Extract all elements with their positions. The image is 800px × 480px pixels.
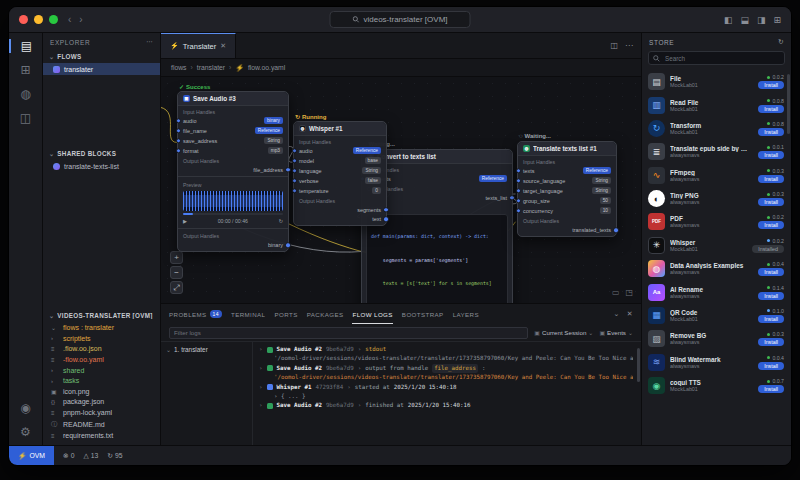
filter-logs-input[interactable] bbox=[169, 327, 528, 339]
flow-canvas[interactable]: ✓ Success ▣ Save Audio #3 Input Handles … bbox=[161, 77, 641, 303]
minimize-window-button[interactable] bbox=[34, 15, 43, 24]
node-header[interactable]: ◍ Whisper #1 bbox=[294, 122, 386, 136]
input-handle-row[interactable]: temperature0 bbox=[294, 186, 386, 196]
audio-waveform[interactable] bbox=[183, 191, 283, 211]
sync-status[interactable]: ↻ 95 bbox=[107, 452, 122, 460]
breadcrumb-file[interactable]: flow.oo.yaml bbox=[248, 64, 285, 71]
settings-gear-icon[interactable]: ⚙ bbox=[9, 425, 42, 439]
install-button[interactable]: Install bbox=[758, 315, 784, 323]
file-row[interactable]: ⓘREADME.md bbox=[43, 418, 160, 431]
split-editor-icon[interactable]: ◫ bbox=[610, 41, 618, 50]
store-item-whisper[interactable]: ✳WhisperMockLab010.0.2Installed bbox=[642, 234, 791, 257]
install-button[interactable]: Install bbox=[758, 151, 784, 159]
tab-problems[interactable]: PROBLEMS14 bbox=[169, 304, 222, 324]
blocks-icon[interactable]: ◍ bbox=[9, 87, 42, 101]
node-header[interactable]: ◍ Translate texts list #1 bbox=[518, 142, 616, 156]
tab-ports[interactable]: PORTS bbox=[274, 304, 297, 324]
store-icon[interactable]: ⊞ bbox=[9, 63, 42, 77]
more-actions-icon[interactable]: ⋯ bbox=[625, 41, 633, 50]
store-item-pdf[interactable]: PDFPDFalwaysmavs0.0.2Install bbox=[642, 210, 791, 233]
output-handle-row[interactable]: translated_texts bbox=[518, 225, 616, 236]
output-handle-row[interactable]: segments bbox=[294, 205, 386, 214]
errors-status[interactable]: ⊗ 0 bbox=[63, 452, 74, 460]
loop-icon[interactable]: ↻ bbox=[279, 218, 283, 224]
install-button[interactable]: Install bbox=[758, 338, 784, 346]
input-handle-row[interactable]: concurrency10 bbox=[518, 206, 616, 216]
input-handle-row[interactable]: target_languageString bbox=[518, 186, 616, 196]
file-row[interactable]: ≡requirements.txt bbox=[43, 430, 160, 441]
log-stdout-tag[interactable]: stdout bbox=[365, 345, 386, 354]
store-search[interactable] bbox=[648, 51, 785, 65]
zoom-in-button[interactable]: + bbox=[170, 251, 183, 264]
input-handle-row[interactable]: save_addressString bbox=[178, 136, 288, 146]
tab-layers[interactable]: LAYERS bbox=[453, 304, 479, 324]
close-panel-icon[interactable]: ✕ bbox=[627, 310, 633, 318]
nav-back-icon[interactable]: ‹ bbox=[68, 14, 71, 25]
nav-forward-icon[interactable]: › bbox=[79, 14, 82, 25]
store-item-translate-epub[interactable]: ≣Translate epub side by …alwaysmavs0.0.1… bbox=[642, 140, 791, 163]
node-translate-texts-list[interactable]: ◌ Waiting... ◍ Translate texts list #1 I… bbox=[517, 141, 617, 237]
output-handle-row[interactable]: file_address bbox=[178, 165, 288, 174]
log-output[interactable]: ›Save Audio #29be6a7d9›stdout '/oomol-dr… bbox=[253, 342, 641, 445]
output-handle-row[interactable]: text bbox=[294, 214, 386, 225]
fullscreen-icon[interactable]: ◳ bbox=[625, 288, 633, 297]
toggle-panel-icon[interactable]: ⬓ bbox=[740, 15, 749, 25]
file-row[interactable]: ≡.flow.oo.json bbox=[43, 344, 160, 355]
file-row[interactable]: ›shared bbox=[43, 365, 160, 376]
install-button[interactable]: Install bbox=[758, 292, 784, 300]
install-button[interactable]: Install bbox=[758, 105, 784, 113]
install-button[interactable]: Install bbox=[758, 128, 784, 136]
node-save-audio[interactable]: ✓ Success ▣ Save Audio #3 Input Handles … bbox=[177, 91, 289, 252]
logs-tree-item[interactable]: ⌄1. translater bbox=[166, 346, 247, 353]
play-icon[interactable]: ▶ bbox=[183, 218, 187, 224]
audio-progress-bar[interactable] bbox=[183, 213, 283, 215]
file-row[interactable]: ≡pnpm-lock.yaml bbox=[43, 407, 160, 418]
store-item-read-file[interactable]: ▥Read FileMockLab010.0.8Install bbox=[642, 93, 791, 116]
install-button[interactable]: Install bbox=[758, 175, 784, 183]
tab-translater[interactable]: ⚡ Translater ✕ bbox=[161, 33, 236, 58]
expand-icon[interactable]: › bbox=[259, 364, 263, 373]
collapse-panel-icon[interactable]: ⌄ bbox=[613, 310, 619, 318]
tab-terminal[interactable]: TERMINAL bbox=[231, 304, 266, 324]
file-row[interactable]: ›tasks bbox=[43, 375, 160, 386]
input-handle-row[interactable]: textsReference bbox=[518, 166, 616, 176]
expand-icon[interactable]: › bbox=[259, 345, 263, 354]
store-item-remove-bg[interactable]: ▨Remove BGalwaysmavs0.0.3Install bbox=[642, 327, 791, 350]
store-item-tiny-png[interactable]: ◐Tiny PNGalwaysmavs0.0.3Install bbox=[642, 187, 791, 210]
input-handle-row[interactable]: source_languageString bbox=[518, 176, 616, 186]
node-header[interactable]: ▣ Save Audio #3 bbox=[178, 92, 288, 106]
file-row[interactable]: ›scriptlets bbox=[43, 333, 160, 344]
input-handle-row[interactable]: modelbase bbox=[294, 156, 386, 166]
tab-flow-logs[interactable]: FLOW LOGS bbox=[352, 304, 392, 324]
store-item-blind-watermark[interactable]: ≋Blind Watermarkalwaysmavs0.0.4Install bbox=[642, 351, 791, 374]
breadcrumb[interactable]: flows › translater › ⚡ flow.oo.yaml bbox=[161, 59, 641, 77]
install-button[interactable]: Install bbox=[758, 385, 784, 393]
store-item-transform[interactable]: ↻TransformMockLab010.0.8Install bbox=[642, 117, 791, 140]
breadcrumb-flows[interactable]: flows bbox=[171, 64, 187, 71]
install-button[interactable]: Install bbox=[758, 362, 784, 370]
store-item-file[interactable]: ▤FileMockLab010.0.2Install bbox=[642, 70, 791, 93]
expand-icon[interactable]: › bbox=[259, 401, 263, 410]
file-row[interactable]: {}package.json bbox=[43, 397, 160, 408]
layout-grid-icon[interactable]: ⊞ bbox=[773, 15, 781, 25]
zoom-fit-button[interactable]: ⤢ bbox=[170, 281, 183, 294]
tab-bootstrap[interactable]: BOOTSTRAP bbox=[402, 304, 444, 324]
tab-packages[interactable]: PACKAGES bbox=[307, 304, 344, 324]
session-filter-dropdown[interactable]: ▣Current Session⌄ bbox=[534, 329, 593, 336]
project-section-header[interactable]: ⌄ VIDEOS-TRANSLATER [OVM] bbox=[43, 309, 160, 322]
input-handle-row[interactable]: group_size50 bbox=[518, 196, 616, 206]
explorer-icon[interactable]: ▤ bbox=[9, 39, 42, 53]
store-item-qr-code[interactable]: ▦QR CodeMockLab010.1.0Install bbox=[642, 304, 791, 327]
shared-blocks-section-header[interactable]: ⌄ SHARED BLOCKS bbox=[43, 147, 160, 160]
zoom-window-button[interactable] bbox=[49, 15, 58, 24]
expand-icon[interactable]: › bbox=[259, 383, 263, 392]
zoom-out-button[interactable]: − bbox=[170, 266, 183, 279]
scriptlet-code[interactable]: def main(params: dict, context) -> dict:… bbox=[366, 214, 508, 304]
input-handle-row[interactable]: audioReference bbox=[294, 146, 386, 156]
flows-section-header[interactable]: ⌄ FLOWS bbox=[43, 50, 160, 63]
command-center[interactable]: videos-translater [OVM] bbox=[329, 11, 470, 28]
input-handle-row[interactable]: file_nameReference bbox=[178, 126, 288, 136]
install-button[interactable]: Install bbox=[758, 221, 784, 229]
explorer-more-icon[interactable]: ⋯ bbox=[146, 38, 153, 46]
close-tab-icon[interactable]: ✕ bbox=[220, 42, 226, 50]
